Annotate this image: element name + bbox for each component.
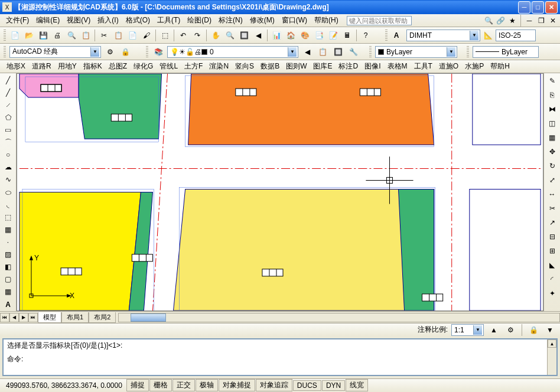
zoom-prev-button[interactable]: ◀ bbox=[252, 29, 265, 42]
publish-button[interactable]: 📋 bbox=[79, 29, 92, 42]
anno-auto-button[interactable]: ⚙ bbox=[504, 324, 517, 337]
menu-view[interactable]: 视图(V) bbox=[63, 14, 94, 27]
undo-button[interactable]: ↶ bbox=[177, 29, 190, 42]
layer-combo[interactable]: 💡 ☀ 🔓 🖨 0 ▼ bbox=[167, 46, 298, 58]
help-button[interactable]: ? bbox=[359, 29, 372, 42]
star-icon[interactable]: ★ bbox=[507, 16, 517, 25]
tab-first-button[interactable]: ⏮ bbox=[0, 313, 9, 322]
mtab-annotate[interactable]: 标注D bbox=[336, 60, 361, 73]
cut-button[interactable]: ✂ bbox=[97, 29, 110, 42]
pline-tool[interactable]: ⟋ bbox=[2, 99, 15, 110]
move-tool[interactable]: ✥ bbox=[546, 145, 559, 158]
status-grid[interactable]: 栅格 bbox=[149, 379, 172, 391]
mtab-vertical[interactable]: 竖向S bbox=[232, 60, 257, 73]
mtab-pipe[interactable]: 管线L bbox=[157, 60, 181, 73]
text-button[interactable]: A bbox=[390, 29, 403, 42]
linetype-combo[interactable]: ByLayer bbox=[473, 46, 539, 58]
mtab-landuse[interactable]: 用地Y bbox=[55, 60, 80, 73]
mtab-render[interactable]: 渲染N bbox=[206, 60, 232, 73]
grip[interactable] bbox=[4, 46, 6, 58]
circle-tool[interactable]: ○ bbox=[2, 149, 15, 161]
mtab-roadfac[interactable]: 道施O bbox=[436, 60, 461, 73]
break-tool[interactable]: ⊟ bbox=[546, 230, 559, 243]
preview-button[interactable]: 🔍 bbox=[65, 29, 78, 42]
gradient-tool[interactable]: ◧ bbox=[2, 262, 15, 273]
chevron-down-icon[interactable]: ▼ bbox=[90, 47, 99, 57]
doc-restore-button[interactable]: ❐ bbox=[536, 16, 546, 25]
rectangle-tool[interactable]: ▭ bbox=[2, 124, 15, 135]
mtab-tools[interactable]: 工具T bbox=[411, 60, 435, 73]
mtab-table[interactable]: 表格M bbox=[385, 60, 411, 73]
annotation-scale-combo[interactable]: 1:1 ▼ bbox=[451, 324, 484, 336]
layer-iso-button[interactable]: 🔲 bbox=[331, 45, 344, 58]
mtab-earthwork[interactable]: 土方F bbox=[181, 60, 206, 73]
rotate-tool[interactable]: ↻ bbox=[546, 159, 559, 172]
xline-tool[interactable]: ╱ bbox=[2, 87, 15, 98]
match-button[interactable]: 🖌 bbox=[140, 29, 153, 42]
tab-model[interactable]: 模型 bbox=[38, 312, 61, 323]
statusbar-tray-button[interactable]: ▼ bbox=[543, 324, 556, 337]
help-search-input[interactable] bbox=[347, 16, 412, 25]
explode-tool[interactable]: ✦ bbox=[546, 287, 559, 300]
menu-help[interactable]: 帮助(H) bbox=[311, 14, 342, 27]
trim-tool[interactable]: ✂ bbox=[546, 202, 559, 215]
mtab-masterplan[interactable]: 总图Z bbox=[106, 60, 130, 73]
dccenter-button[interactable]: 🏠 bbox=[284, 29, 297, 42]
paste-button[interactable]: 📄 bbox=[126, 29, 139, 42]
status-snap[interactable]: 捕捉 bbox=[126, 379, 149, 391]
status-ortho[interactable]: 正交 bbox=[172, 379, 195, 391]
status-dyn[interactable]: DYN bbox=[322, 380, 345, 391]
menu-insert[interactable]: 插入(I) bbox=[94, 14, 122, 27]
zoom-rt-button[interactable]: 🔍 bbox=[223, 29, 236, 42]
mirror-tool[interactable]: ⧓ bbox=[546, 103, 559, 116]
join-tool[interactable]: ⊞ bbox=[546, 244, 559, 257]
command-area[interactable]: 选择是否显示指标块[否(0)/是(1)]<1>: 命令: ▲ bbox=[2, 338, 558, 376]
menu-edit[interactable]: 编辑(E) bbox=[32, 14, 63, 27]
mtab-waterfac[interactable]: 水施P bbox=[462, 60, 487, 73]
erase-tool[interactable]: ✎ bbox=[546, 74, 559, 87]
menu-modify[interactable]: 修改(M) bbox=[246, 14, 278, 27]
block-button[interactable]: ⬚ bbox=[158, 29, 171, 42]
mtab-index[interactable]: 指标K bbox=[80, 60, 105, 73]
status-ducs[interactable]: DUCS bbox=[293, 380, 321, 391]
color-combo[interactable]: ByLayer ▼ bbox=[375, 46, 457, 58]
ws-settings-button[interactable]: ⚙ bbox=[103, 45, 116, 58]
dimstyle-combo[interactable]: DIMHT ▼ bbox=[406, 30, 480, 41]
ellipsearc-tool[interactable]: ◟ bbox=[2, 199, 15, 210]
menu-format[interactable]: 格式(O) bbox=[122, 14, 154, 27]
tab-last-button[interactable]: ⏭ bbox=[28, 313, 38, 322]
mtext-tool[interactable]: A bbox=[2, 299, 15, 310]
mtab-image[interactable]: 图像I bbox=[362, 60, 383, 73]
chevron-down-icon[interactable]: ▼ bbox=[473, 325, 482, 335]
drawing-canvas[interactable]: Y X bbox=[17, 73, 543, 311]
zoom-win-button[interactable]: 🔲 bbox=[237, 29, 250, 42]
markup-button[interactable]: 📝 bbox=[327, 29, 340, 42]
insert-tool[interactable]: ⬚ bbox=[2, 211, 15, 223]
search-icon[interactable]: 🔍 bbox=[484, 16, 493, 25]
spline-tool[interactable]: ∿ bbox=[2, 174, 15, 185]
layer-prev-button[interactable]: ◀ bbox=[301, 45, 314, 58]
menu-tools[interactable]: 工具(T) bbox=[154, 14, 184, 27]
chevron-down-icon[interactable]: ▼ bbox=[447, 47, 455, 57]
chevron-down-icon[interactable]: ▼ bbox=[470, 31, 478, 40]
redo-button[interactable]: ↷ bbox=[191, 29, 204, 42]
grip[interactable] bbox=[467, 46, 469, 58]
array-tool[interactable]: ▦ bbox=[546, 131, 559, 144]
layer-tool-button[interactable]: 🔧 bbox=[347, 45, 360, 58]
sheetset-button[interactable]: 📑 bbox=[312, 29, 325, 42]
mtab-library[interactable]: 图库E bbox=[310, 60, 335, 73]
fillet-tool[interactable]: ◜ bbox=[546, 273, 559, 286]
mtab-road[interactable]: 道路R bbox=[29, 60, 54, 73]
statusbar-lock-button[interactable]: 🔒 bbox=[527, 324, 540, 337]
menu-draw[interactable]: 绘图(D) bbox=[184, 14, 215, 27]
grip[interactable] bbox=[146, 46, 148, 58]
workspace-combo[interactable]: AutoCAD 经典 ▼ bbox=[9, 46, 101, 58]
pan-button[interactable]: ✋ bbox=[209, 29, 222, 42]
ellipse-tool[interactable]: ⬭ bbox=[2, 187, 15, 198]
grip[interactable] bbox=[369, 46, 372, 58]
status-polar[interactable]: 极轴 bbox=[196, 379, 218, 391]
grip[interactable] bbox=[4, 30, 6, 41]
mtab-data[interactable]: 数据B bbox=[258, 60, 282, 73]
hatch-tool[interactable]: ▨ bbox=[2, 249, 15, 260]
chamfer-tool[interactable]: ◣ bbox=[546, 259, 559, 272]
